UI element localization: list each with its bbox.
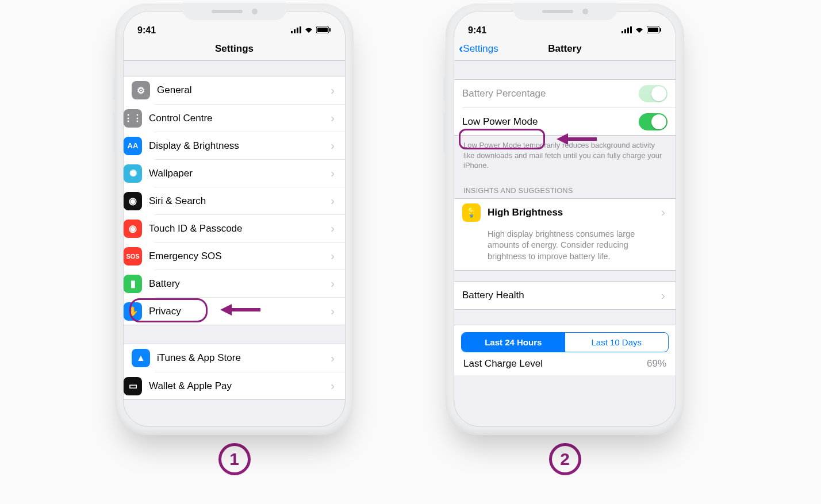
cellular-icon	[291, 25, 301, 36]
itunes-app-store-icon: ▲	[132, 349, 150, 367]
nav-bar: Settings	[124, 37, 345, 61]
seg-last-10-days[interactable]: Last 10 Days	[565, 333, 669, 352]
status-time: 9:41	[468, 25, 486, 36]
chevron-right-icon: ›	[331, 167, 337, 180]
svg-rect-17	[660, 28, 661, 32]
step-badge-2: 2	[549, 443, 581, 475]
chevron-left-icon: ‹	[459, 41, 463, 56]
row-display-brightness[interactable]: AADisplay & Brightness›	[155, 132, 345, 159]
toggle-battery-percentage[interactable]	[639, 85, 667, 102]
device-notch	[183, 3, 286, 20]
arrow-annotation	[220, 302, 263, 320]
back-label: Settings	[463, 43, 498, 55]
row-label: Touch ID & Passcode	[149, 223, 331, 234]
battery-icon	[647, 25, 662, 36]
svg-marker-1	[220, 304, 232, 316]
row-battery[interactable]: ▮Battery›	[155, 270, 345, 297]
chevron-right-icon: ›	[331, 222, 337, 235]
row-label: Battery Percentage	[462, 88, 639, 99]
row-label: Display & Brightness	[149, 140, 331, 152]
row-battery-percentage[interactable]: Battery Percentage	[454, 80, 676, 107]
page-title: Battery	[548, 43, 582, 55]
segmented-control-range[interactable]: Last 24 Hours Last 10 Days	[461, 332, 669, 352]
wifi-icon	[304, 25, 313, 36]
status-time: 9:41	[137, 25, 156, 36]
svg-rect-5	[300, 26, 301, 33]
page-title: Settings	[215, 43, 254, 55]
back-button[interactable]: ‹ Settings	[459, 41, 498, 56]
chevron-right-icon: ›	[331, 379, 337, 393]
step-badge-1: 1	[218, 443, 251, 475]
general-icon: ⚙	[132, 81, 150, 99]
row-high-brightness[interactable]: 💡 High Brightness ›	[454, 199, 676, 226]
device-notch	[513, 3, 617, 20]
svg-rect-11	[621, 31, 623, 33]
settings-group-1: ⚙General›⋮⋮Control Centre›AADisplay & Br…	[124, 76, 345, 325]
battery-icon	[316, 25, 331, 36]
emergency-sos-icon: SOS	[124, 247, 142, 266]
svg-rect-4	[297, 28, 298, 33]
row-wallpaper[interactable]: ✺Wallpaper›	[155, 159, 345, 187]
row-label: Wallpaper	[149, 168, 331, 179]
row-label: Wallet & Apple Pay	[149, 380, 331, 392]
screen-settings: 9:41 Settings	[123, 11, 346, 427]
cellular-icon	[621, 25, 632, 36]
row-label: Emergency SOS	[149, 251, 331, 262]
row-touch-id[interactable]: ◉Touch ID & Passcode›	[155, 214, 345, 242]
insights-group: 💡 High Brightness › High display brightn…	[454, 198, 676, 271]
row-emergency-sos[interactable]: SOSEmergency SOS›	[155, 242, 345, 270]
row-label: Battery	[149, 278, 331, 290]
last-charge-value: 69%	[647, 358, 666, 370]
row-siri-search[interactable]: ◉Siri & Search›	[155, 187, 345, 214]
svg-marker-10	[557, 133, 568, 145]
chevron-right-icon: ›	[661, 289, 667, 302]
wallet-apple-pay-icon: ▭	[124, 377, 142, 395]
siri-search-icon: ◉	[124, 192, 142, 210]
row-last-charge-level: Last Charge Level 69%	[454, 352, 676, 375]
row-label: General	[157, 84, 331, 96]
privacy-icon: ✋	[124, 302, 142, 321]
row-label: High Brightness	[488, 207, 661, 218]
touch-id-icon: ◉	[124, 220, 142, 238]
svg-rect-13	[627, 28, 629, 33]
svg-rect-8	[329, 28, 331, 32]
battery-toggles-group: Battery Percentage Low Power Mode	[454, 79, 676, 136]
row-label: iTunes & App Store	[157, 352, 331, 364]
svg-rect-12	[624, 29, 626, 33]
svg-rect-14	[630, 26, 632, 33]
row-battery-health[interactable]: Battery Health ›	[454, 282, 676, 309]
display-brightness-icon: AA	[124, 137, 142, 155]
svg-rect-3	[294, 29, 296, 33]
row-general[interactable]: ⚙General›	[124, 76, 345, 104]
phone-mockup-2: 9:41 ‹	[446, 3, 684, 435]
wifi-icon	[635, 25, 644, 36]
insights-header: INSIGHTS AND SUGGESTIONS	[454, 173, 676, 198]
high-brightness-description: High display brightness consumes large a…	[454, 226, 676, 271]
chevron-right-icon: ›	[331, 352, 337, 365]
control-centre-icon: ⋮⋮	[124, 109, 142, 128]
row-label: Siri & Search	[149, 195, 331, 207]
chevron-right-icon: ›	[331, 139, 337, 152]
chevron-right-icon: ›	[331, 111, 337, 125]
row-label: Battery Health	[462, 290, 661, 301]
last-charge-label: Last Charge Level	[463, 358, 543, 370]
arrow-annotation	[557, 131, 599, 149]
battery-icon: ▮	[124, 275, 142, 293]
chevron-right-icon: ›	[331, 84, 337, 97]
svg-rect-2	[291, 31, 293, 33]
toggle-low-power-mode[interactable]	[639, 113, 667, 130]
chevron-right-icon: ›	[331, 249, 337, 263]
chevron-right-icon: ›	[661, 206, 667, 219]
row-itunes-app-store[interactable]: ▲iTunes & App Store›	[124, 344, 345, 372]
screen-battery: 9:41 ‹	[454, 11, 676, 427]
chevron-right-icon: ›	[331, 194, 337, 207]
svg-rect-7	[317, 28, 328, 32]
seg-last-24-hours[interactable]: Last 24 Hours	[462, 333, 565, 352]
row-control-centre[interactable]: ⋮⋮Control Centre›	[155, 104, 345, 132]
row-wallet-apple-pay[interactable]: ▭Wallet & Apple Pay›	[155, 372, 345, 399]
svg-rect-16	[648, 28, 658, 32]
chevron-right-icon: ›	[331, 305, 337, 318]
chevron-right-icon: ›	[331, 277, 337, 290]
phone-mockup-1: 9:41 Settings	[115, 3, 354, 435]
battery-health-group: Battery Health ›	[454, 281, 676, 310]
